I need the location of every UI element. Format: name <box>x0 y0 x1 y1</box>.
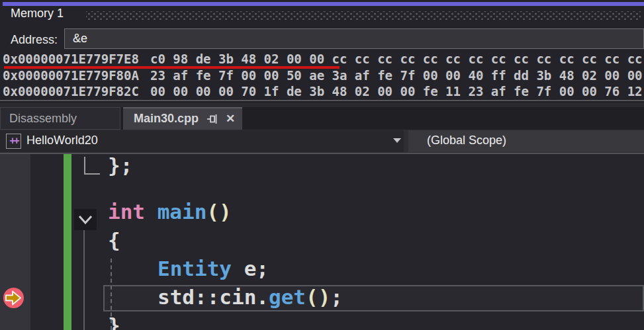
memory-row-address: 0x00000071E779F82C <box>3 84 139 99</box>
project-dropdown-value: HelloWorld20 <box>26 134 98 147</box>
scope-dropdown[interactable]: (Global Scope) <box>408 130 644 152</box>
fold-end-icon <box>84 157 100 175</box>
project-dropdown[interactable]: ++ HelloWorld20 <box>0 130 404 152</box>
memory-row: 0x00000071E779F7E8c0 98 de 3b 48 02 00 0… <box>3 52 644 67</box>
memory-row-bytes: 00 00 00 00 70 1f de 3b 48 02 00 00 fe 1… <box>150 84 643 99</box>
tab-main30-label: Main30.cpp <box>134 112 199 125</box>
shell-divider <box>0 103 644 107</box>
code-token: () <box>207 200 231 224</box>
line-open-brace: { <box>108 226 120 254</box>
code-token: ; <box>330 285 343 309</box>
code-token: { <box>108 228 120 252</box>
memory-row-bytes: c0 98 de 3b 48 02 00 00 cc cc cc cc cc c… <box>150 52 643 66</box>
memory-tool-window: Memory 1 Address: 0x00000071E779F7E8c0 9… <box>0 0 644 101</box>
line-class-end: }; <box>108 151 132 179</box>
editor-navigation-bar: ++ HelloWorld20 (Global Scope) <box>0 130 644 154</box>
cpp-project-icon: ++ <box>6 134 21 149</box>
code-token: () <box>306 285 330 309</box>
address-label: Address: <box>11 33 58 47</box>
code-token: std::cin. <box>158 285 269 309</box>
drag-handle-texture[interactable] <box>86 11 641 20</box>
code-token: main <box>158 200 207 224</box>
change-tracking-bar <box>64 154 71 330</box>
memory-window-title: Memory 1 <box>11 7 64 21</box>
line-close-brace: } <box>108 311 120 330</box>
collapse-region-box[interactable] <box>74 209 97 230</box>
editor-tab-strip: Disassembly Main30.cpp ✕ <box>0 107 644 130</box>
code-editor[interactable]: };int main(){Entity e;std::cin.get();} <box>0 154 644 330</box>
address-input[interactable] <box>64 28 644 49</box>
memory-row-bytes: 23 af fe 7f 00 00 50 ae 3a af fe 7f 00 0… <box>150 68 643 83</box>
line-main-signature: int main() <box>108 198 232 226</box>
code-token: }; <box>108 153 132 177</box>
tab-disassembly[interactable]: Disassembly <box>0 107 120 130</box>
code-token: Entity <box>158 257 232 280</box>
current-statement-arrow-icon[interactable] <box>2 286 25 309</box>
memory-row: 0x00000071E779F82C00 00 00 00 70 1f de 3… <box>3 84 644 100</box>
code-token: e; <box>232 257 269 280</box>
scope-dropdown-value: (Global Scope) <box>427 134 506 147</box>
code-token: int <box>108 200 145 224</box>
chevron-down-icon <box>393 138 401 143</box>
address-row: Address: <box>0 28 644 50</box>
code-token: get <box>269 285 306 309</box>
memory-row: 0x00000071E779F80A23 af fe 7f 00 00 50 a… <box>3 68 644 84</box>
vs-debug-window: Memory 1 Address: 0x00000071E779F7E8c0 9… <box>0 0 644 330</box>
tab-main30-cpp[interactable]: Main30.cpp ✕ <box>123 107 242 130</box>
code-token: } <box>108 313 120 330</box>
line-cin-get: std::cin.get(); <box>158 283 343 311</box>
line-entity-decl: Entity e; <box>158 255 269 282</box>
memory-row-address: 0x00000071E779F80A <box>3 68 139 83</box>
code-token <box>145 200 158 224</box>
active-window-accent-bar <box>3 2 644 6</box>
close-icon[interactable]: ✕ <box>224 111 237 127</box>
outline-structure-line <box>83 229 85 330</box>
collapse-chevron-icon[interactable] <box>74 209 97 230</box>
memory-row-address: 0x00000071E779F7E8 <box>3 52 139 66</box>
memory-hex-rows: 0x00000071E779F7E8c0 98 de 3b 48 02 00 0… <box>0 50 644 101</box>
pin-icon[interactable] <box>207 113 218 125</box>
